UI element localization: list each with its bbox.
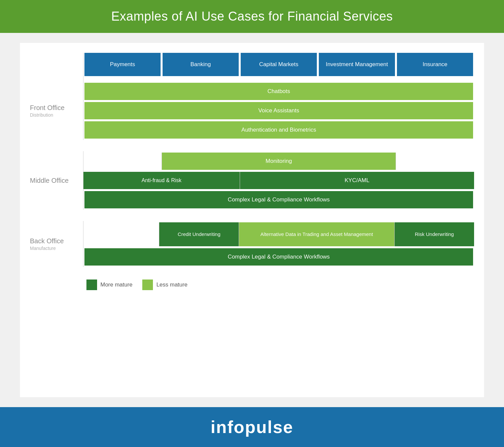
- back-office-sublabel: Manufacture: [30, 246, 80, 251]
- monitoring-bar: Monitoring: [162, 153, 396, 170]
- page-container: Examples of AI Use Cases for Financial S…: [0, 0, 504, 447]
- monitoring-col5-empty: [396, 153, 474, 170]
- back-office-split-row: Credit Underwriting Alternative Data in …: [83, 222, 474, 246]
- auth-biometrics-bar: Authentication and Biometrics: [84, 121, 473, 139]
- front-office-sublabel: Distribution: [30, 112, 80, 118]
- col-capital-markets: Capital Markets: [241, 53, 317, 76]
- legend-more-mature-label: More mature: [100, 281, 132, 288]
- front-office-rows: Chatbots Voice Assistants Authentication…: [83, 81, 474, 140]
- legend-dark-box: [86, 279, 97, 290]
- back-complex-bar: Complex Legal & Compliance Workflows: [84, 248, 473, 266]
- title-bar: Examples of AI Use Cases for Financial S…: [0, 0, 504, 33]
- legend-light-box: [142, 279, 153, 290]
- col-investment-mgmt: Investment Management: [319, 53, 395, 76]
- middle-office-label: Middle Office: [30, 176, 80, 184]
- credit-underwriting-bar: Credit Underwriting: [159, 222, 239, 246]
- back-office-label-area: Back Office Manufacture: [30, 221, 83, 267]
- front-office-label-area: Front Office Distribution: [30, 81, 83, 140]
- back-office-section: Back Office Manufacture Credit Underwrit…: [30, 221, 474, 267]
- column-headers: Payments Banking Capital Markets Investm…: [83, 53, 474, 76]
- front-office-label: Front Office: [30, 104, 80, 112]
- chatbots-bar: Chatbots: [84, 83, 473, 100]
- spacer-1: [30, 145, 474, 149]
- antifraud-kyc-row: Anti-fraud & Risk KYC/AML: [83, 172, 474, 189]
- footer: infopulse: [0, 407, 504, 447]
- legend-less-mature-label: Less mature: [156, 281, 188, 288]
- voice-assistants-bar: Voice Assistants: [84, 102, 473, 119]
- back-col1-empty: [83, 222, 159, 246]
- risk-underwriting-bar: Risk Underwriting: [395, 222, 474, 246]
- col-insurance: Insurance: [397, 53, 473, 76]
- monitoring-row: Monitoring: [83, 153, 474, 170]
- legend-less-mature: Less mature: [142, 279, 188, 290]
- sections-container: Front Office Distribution Chatbots Voice…: [30, 81, 474, 270]
- antifraud-bar: Anti-fraud & Risk: [83, 172, 240, 189]
- spacer-2: [30, 214, 474, 219]
- legend-more-mature: More mature: [86, 279, 132, 290]
- col-payments: Payments: [84, 53, 161, 76]
- kyc-bar: KYC/AML: [240, 172, 474, 189]
- back-office-label: Back Office: [30, 237, 80, 245]
- middle-office-label-area: Middle Office: [30, 151, 83, 210]
- front-office-section: Front Office Distribution Chatbots Voice…: [30, 81, 474, 140]
- middle-office-rows: Monitoring Anti-fraud & Risk KYC/AML: [83, 151, 474, 210]
- middle-office-section: Middle Office Monitoring: [30, 151, 474, 210]
- legend: More mature Less mature: [86, 276, 474, 293]
- page-title: Examples of AI Use Cases for Financial S…: [13, 9, 491, 24]
- grid-container: Payments Banking Capital Markets Investm…: [30, 53, 474, 81]
- back-office-rows: Credit Underwriting Alternative Data in …: [83, 221, 474, 267]
- alt-data-bar: Alternative Data in Trading and Asset Ma…: [239, 222, 394, 246]
- monitoring-col1-empty: [83, 153, 162, 170]
- main-content: Payments Banking Capital Markets Investm…: [20, 43, 484, 397]
- brand-name: infopulse: [13, 417, 491, 437]
- middle-complex-bar: Complex Legal & Compliance Workflows: [84, 191, 473, 208]
- col-banking: Banking: [163, 53, 239, 76]
